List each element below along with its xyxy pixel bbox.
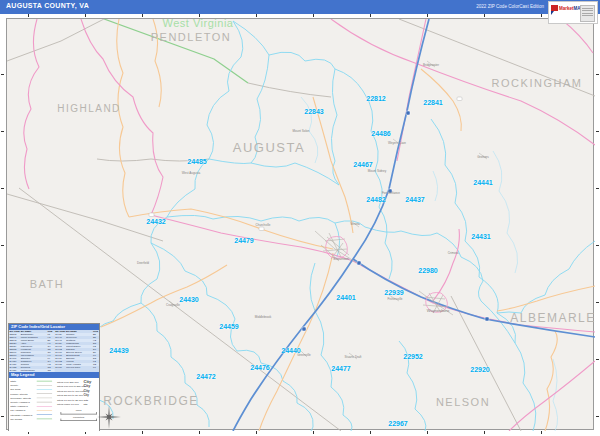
zip-code-label: 24467 — [353, 161, 372, 168]
zip-code-label: 22939 — [384, 289, 403, 296]
city-name-label: Grottoes — [477, 155, 489, 159]
logo-fineprint-block — [580, 5, 595, 22]
city-name-label: Stuarts Draft — [345, 355, 362, 359]
zip-index-table: ZIP CodeZIP NameGrid22812BridgewaterF122… — [9, 330, 99, 372]
city-name-label: Churchville — [256, 223, 271, 227]
city-name-label: Weyers Cave — [388, 141, 406, 145]
legend-line-items: StateCountyZIP CodePrimary StreetsSecond… — [9, 379, 57, 421]
zip-code-label: 22843 — [304, 108, 323, 115]
city-name-label: Verona — [350, 222, 360, 226]
city-name-label: Staunton — [333, 256, 349, 261]
state-name-label: West Virginia — [163, 17, 234, 29]
city-name-label: Bridgewater — [423, 63, 439, 67]
city-name-label: Middlebrook — [255, 315, 271, 319]
county-name-label: PENDLETON — [151, 31, 232, 43]
county-name-label: ALBEMARLE — [510, 311, 596, 325]
page-title: AUGUSTA COUNTY, VA — [6, 2, 89, 9]
county-name-label: ROCKINGHAM — [492, 77, 583, 89]
title-bar: AUGUSTA COUNTY, VA 2022 ZIP Code ColorCa… — [0, 0, 600, 14]
county-name-label: AUGUSTA — [233, 140, 305, 155]
zip-code-label: 24477 — [331, 365, 350, 372]
legend-scale-bar: Kilometers — [57, 416, 99, 421]
zip-code-label: 24479 — [234, 237, 253, 244]
zip-code-label: 24431 — [471, 233, 490, 240]
zip-code-label: 24437 — [405, 196, 424, 203]
zip-code-label: 24476 — [250, 364, 269, 371]
map-legend-body: StateCountyZIP CodePrimary StreetsSecond… — [9, 378, 99, 432]
zip-code-label: 24486 — [371, 130, 390, 137]
city-name-label: Crimora — [448, 251, 459, 255]
zip-code-label: 22980 — [418, 267, 437, 274]
city-name-label: Craigsville — [166, 303, 180, 307]
zip-code-label: 22967 — [388, 420, 407, 427]
publisher-logo: MarketMAPS — [548, 1, 598, 24]
zip-index-row: 24437Fort DefianceG2 — [9, 369, 55, 372]
zip-code-label: 24485 — [187, 158, 206, 165]
zip-code-label: 24439 — [109, 347, 128, 354]
zip-code-label: 24440 — [281, 347, 300, 354]
zip-code-label: 24472 — [196, 373, 215, 380]
zip-code-label: 24441 — [473, 179, 492, 186]
zip-code-label: 24432 — [146, 218, 165, 225]
map-page: AUGUSTA COUNTY, VA 2022 ZIP Code ColorCa… — [0, 0, 600, 436]
city-name-label: West Augusta — [182, 171, 200, 175]
zip-code-label: 24430 — [179, 296, 198, 303]
county-name-label: HIGHLAND — [57, 103, 121, 114]
zip-code-label: 24482 — [366, 196, 385, 203]
compass-rose-icon — [95, 403, 123, 431]
county-name-label: NELSON — [436, 396, 490, 408]
zip-index-row: 24486Weyers CaveF1 — [55, 366, 99, 369]
county-name-label: BATH — [30, 278, 65, 290]
zip-code-label: 22812 — [366, 95, 385, 102]
legend-scale-bar: Miles — [57, 409, 99, 414]
city-name-label: Waynesboro — [427, 308, 449, 313]
zip-code-label: 22841 — [423, 99, 442, 106]
zip-code-label: 24401 — [336, 294, 355, 301]
city-name-label: Greenville — [297, 353, 311, 357]
city-name-label: Mount Solon — [293, 129, 310, 133]
legend-city-item: Cities under 10,000City — [57, 403, 99, 408]
zip-code-label: 24459 — [219, 323, 238, 330]
zip-code-label: 22920 — [470, 366, 489, 373]
city-name-label: Mount Sidney — [368, 169, 386, 173]
small-town-marks — [169, 61, 487, 359]
city-name-label: Fort Defiance — [382, 191, 400, 195]
edition-label: 2022 ZIP Code ColorCast Edition — [476, 4, 544, 9]
city-name-label: Fishersville — [387, 297, 402, 301]
legend-panel: ZIP Code Index/Grid Locator ZIP CodeZIP … — [8, 323, 100, 431]
city-name-label: Deerfield — [137, 261, 149, 265]
marketmaps-logo-icon — [551, 5, 558, 11]
legend-line-item: Toll Roads — [9, 417, 57, 421]
legend-city-items: Cities over 250,000CityCities 100,000 to… — [57, 379, 99, 421]
zip-code-label: 22952 — [403, 353, 422, 360]
river-lines — [301, 97, 558, 431]
